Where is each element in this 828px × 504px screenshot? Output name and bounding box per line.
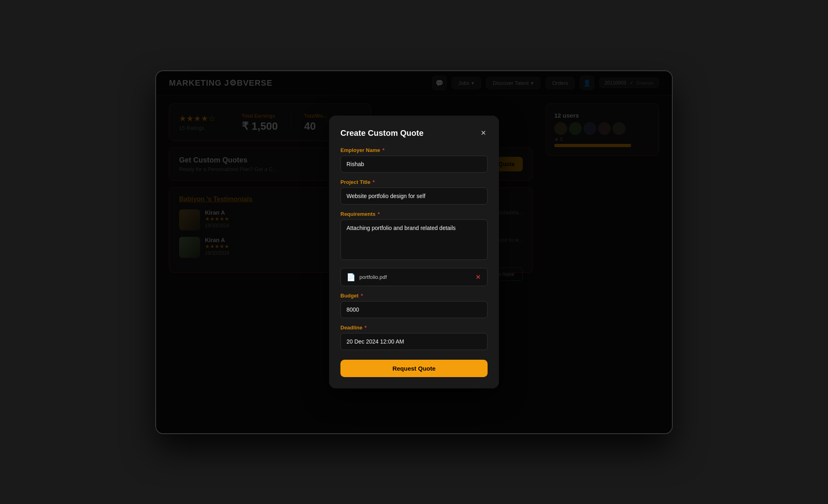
project-title-input[interactable] [340, 188, 488, 205]
requirements-textarea[interactable]: Attaching portfolio and brand related de… [340, 219, 488, 260]
employer-name-input[interactable] [340, 156, 488, 173]
create-custom-quote-modal: Create Custom Quote × Employer Name * Pr… [329, 116, 499, 388]
budget-group: Budget * [340, 293, 488, 318]
file-name: portfolio.pdf [359, 274, 471, 280]
employer-name-group: Employer Name * [340, 147, 488, 173]
deadline-group: Deadline * [340, 325, 488, 350]
project-title-group: Project Title * [340, 179, 488, 205]
deadline-label: Deadline * [340, 325, 488, 331]
modal-header: Create Custom Quote × [340, 127, 488, 139]
budget-input[interactable] [340, 301, 488, 318]
deadline-input[interactable] [340, 333, 488, 350]
requirements-group: Requirements * Attaching portfolio and b… [340, 211, 488, 261]
request-quote-button[interactable]: Request Quote [340, 360, 488, 377]
laptop-frame: MARKETING J⚙BVERSE 💬 Jobs ▾ Discover Tal… [155, 70, 673, 434]
file-attachment: 📄 portfolio.pdf ✕ [340, 268, 488, 286]
requirements-label: Requirements * [340, 211, 488, 217]
employer-name-label: Employer Name * [340, 147, 488, 153]
file-icon: 📄 [346, 273, 355, 282]
budget-label: Budget * [340, 293, 488, 299]
modal-overlay: Create Custom Quote × Employer Name * Pr… [156, 71, 672, 433]
modal-title: Create Custom Quote [340, 129, 424, 138]
project-title-label: Project Title * [340, 179, 488, 185]
file-remove-button[interactable]: ✕ [475, 272, 482, 282]
modal-close-button[interactable]: × [479, 127, 488, 139]
